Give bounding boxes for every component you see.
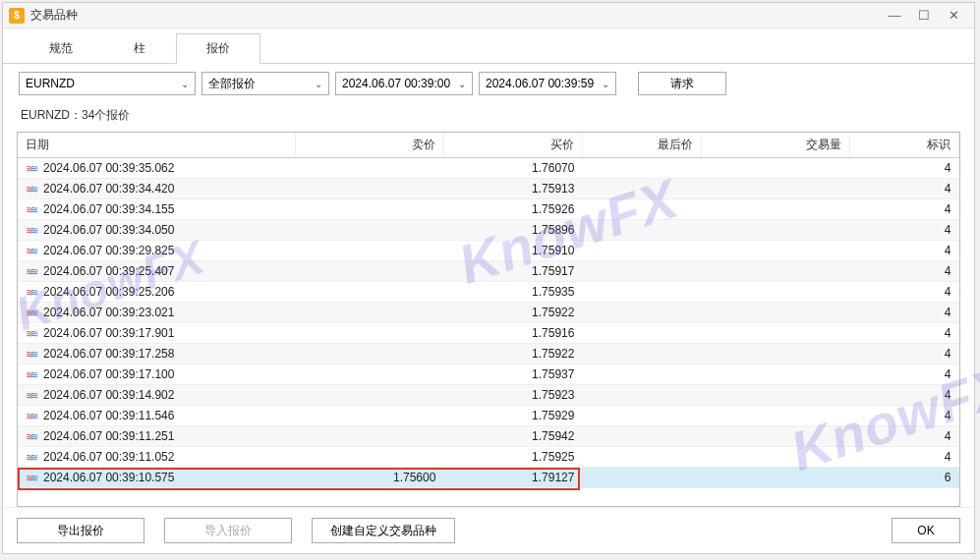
footer: 导出报价 导入报价 创建自定义交易品种 OK xyxy=(3,507,974,553)
minimize-button[interactable]: ― xyxy=(888,9,901,23)
col-last[interactable]: 最后价 xyxy=(582,133,701,158)
create-custom-symbol-button[interactable]: 创建自定义交易品种 xyxy=(312,518,455,543)
to-datetime-value: 2024.06.07 00:39:59 xyxy=(486,77,594,90)
wave-icon: ≋ xyxy=(26,204,39,215)
table-row[interactable]: ≋2024.06.07 00:39:34.4201.759134 xyxy=(18,179,959,199)
quotes-table-wrap: 日期 卖价 买价 最后价 交易量 标识 ≋2024.06.07 00:39:35… xyxy=(17,132,960,507)
wave-icon: ≋ xyxy=(26,369,39,380)
titlebar: $ 交易品种 ― ☐ ✕ xyxy=(3,3,974,28)
table-row[interactable]: ≋2024.06.07 00:39:34.0501.758964 xyxy=(18,220,959,241)
cell-date: ≋2024.06.07 00:39:29.825 xyxy=(18,241,295,261)
cell-bid: 1.79127 xyxy=(443,468,582,488)
cell-date-text: 2024.06.07 00:39:34.420 xyxy=(43,182,174,196)
import-quotes-button[interactable]: 导入报价 xyxy=(164,518,292,543)
request-button[interactable]: 请求 xyxy=(638,72,726,95)
cell-date: ≋2024.06.07 00:39:25.407 xyxy=(18,261,295,282)
cell-bid: 1.75942 xyxy=(443,426,582,447)
cell-date: ≋2024.06.07 00:39:35.062 xyxy=(18,158,295,179)
cell-date-text: 2024.06.07 00:39:10.575 xyxy=(43,471,174,484)
table-row[interactable]: ≋2024.06.07 00:39:11.5461.759294 xyxy=(18,406,959,426)
from-datetime-input[interactable]: 2024.06.07 00:39:00 ⌄ xyxy=(335,72,473,95)
cell-date: ≋2024.06.07 00:39:11.251 xyxy=(18,426,295,447)
ok-button[interactable]: OK xyxy=(892,518,960,543)
table-row[interactable]: ≋2024.06.07 00:39:17.1001.759374 xyxy=(18,364,959,385)
table-row[interactable]: ≋2024.06.07 00:39:23.0211.759224 xyxy=(18,303,959,323)
table-row[interactable]: ≋2024.06.07 00:39:10.5751.756001.791276 xyxy=(18,468,959,488)
cell-bid: 1.75922 xyxy=(443,303,582,323)
cell-ask xyxy=(295,241,443,261)
cell-last xyxy=(582,447,701,468)
table-row[interactable]: ≋2024.06.07 00:39:17.2581.759224 xyxy=(18,344,959,364)
col-date[interactable]: 日期 xyxy=(18,133,295,158)
symbol-select[interactable]: EURNZD ⌄ xyxy=(19,72,196,95)
cell-volume xyxy=(701,199,849,220)
wave-icon: ≋ xyxy=(26,225,39,236)
cell-flag: 4 xyxy=(850,199,959,220)
col-flag[interactable]: 标识 xyxy=(850,133,959,158)
cell-last xyxy=(582,426,701,447)
cell-flag: 4 xyxy=(850,261,959,282)
to-datetime-input[interactable]: 2024.06.07 00:39:59 ⌄ xyxy=(479,72,616,95)
tab-spec[interactable]: 规范 xyxy=(19,33,103,64)
chevron-down-icon: ⌄ xyxy=(458,79,466,89)
cell-bid: 1.76070 xyxy=(443,158,582,179)
wave-icon: ≋ xyxy=(26,246,39,256)
cell-last xyxy=(582,220,701,241)
export-quotes-button[interactable]: 导出报价 xyxy=(17,518,144,543)
table-row[interactable]: ≋2024.06.07 00:39:25.2061.759354 xyxy=(18,282,959,303)
cell-volume xyxy=(701,179,849,199)
cell-last xyxy=(582,323,701,344)
cell-volume xyxy=(701,303,849,323)
cell-volume xyxy=(701,344,849,364)
cell-flag: 4 xyxy=(850,179,959,199)
price-type-select[interactable]: 全部报价 ⌄ xyxy=(202,72,329,95)
cell-last xyxy=(582,468,701,488)
table-row[interactable]: ≋2024.06.07 00:39:25.4071.759174 xyxy=(18,261,959,282)
wave-icon: ≋ xyxy=(26,473,39,483)
cell-volume xyxy=(701,241,849,261)
table-row[interactable]: ≋2024.06.07 00:39:17.9011.759164 xyxy=(18,323,959,344)
cell-date-text: 2024.06.07 00:39:11.251 xyxy=(43,429,174,443)
cell-date-text: 2024.06.07 00:39:25.407 xyxy=(43,264,174,278)
cell-bid: 1.75935 xyxy=(443,282,582,303)
cell-ask xyxy=(295,385,443,406)
cell-date-text: 2024.06.07 00:39:35.062 xyxy=(43,161,174,175)
table-row[interactable]: ≋2024.06.07 00:39:35.0621.760704 xyxy=(18,158,959,179)
cell-last xyxy=(582,344,701,364)
cell-flag: 4 xyxy=(850,364,959,385)
cell-flag: 4 xyxy=(850,323,959,344)
cell-date: ≋2024.06.07 00:39:17.901 xyxy=(18,323,295,344)
cell-bid: 1.75925 xyxy=(443,447,582,468)
tabs: 规范 柱 报价 xyxy=(3,28,974,64)
cell-ask xyxy=(295,426,443,447)
cell-date: ≋2024.06.07 00:39:14.902 xyxy=(18,385,295,406)
close-button[interactable]: ✕ xyxy=(947,9,960,23)
cell-date: ≋2024.06.07 00:39:25.206 xyxy=(18,282,295,303)
cell-bid: 1.75937 xyxy=(443,364,582,385)
cell-bid: 1.75929 xyxy=(443,406,582,426)
col-volume[interactable]: 交易量 xyxy=(701,133,849,158)
maximize-button[interactable]: ☐ xyxy=(917,9,931,23)
wave-icon: ≋ xyxy=(26,390,39,401)
cell-flag: 4 xyxy=(850,220,959,241)
cell-date-text: 2024.06.07 00:39:11.052 xyxy=(43,450,174,464)
summary-text: EURNZD：34个报价 xyxy=(3,103,974,128)
table-row[interactable]: ≋2024.06.07 00:39:11.2511.759424 xyxy=(18,426,959,447)
col-ask[interactable]: 卖价 xyxy=(295,133,443,158)
table-row[interactable]: ≋2024.06.07 00:39:14.9021.759234 xyxy=(18,385,959,406)
table-row[interactable]: ≋2024.06.07 00:39:34.1551.759264 xyxy=(18,199,959,220)
tab-bars[interactable]: 柱 xyxy=(103,33,176,64)
cell-ask xyxy=(295,199,443,220)
cell-volume xyxy=(701,261,849,282)
tab-quotes[interactable]: 报价 xyxy=(176,33,260,64)
cell-ask xyxy=(295,179,443,199)
from-datetime-value: 2024.06.07 00:39:00 xyxy=(342,77,450,90)
table-row[interactable]: ≋2024.06.07 00:39:29.8251.759104 xyxy=(18,241,959,261)
cell-bid: 1.75913 xyxy=(443,179,582,199)
table-row[interactable]: ≋2024.06.07 00:39:11.0521.759254 xyxy=(18,447,959,468)
chevron-down-icon: ⌄ xyxy=(181,79,189,89)
cell-date: ≋2024.06.07 00:39:17.100 xyxy=(18,364,295,385)
wave-icon: ≋ xyxy=(26,411,39,421)
col-bid[interactable]: 买价 xyxy=(443,133,582,158)
cell-ask xyxy=(295,406,443,426)
